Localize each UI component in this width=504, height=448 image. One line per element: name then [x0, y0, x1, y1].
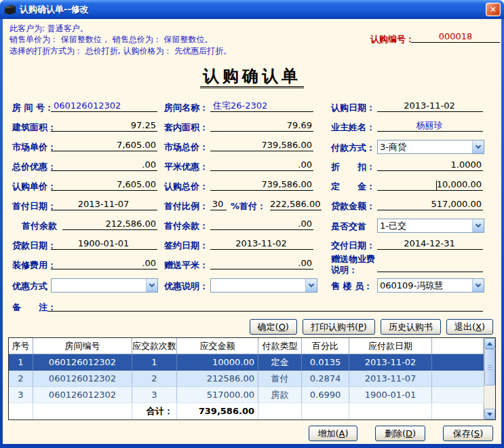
- owner-name-field[interactable]: 杨丽珍: [377, 120, 483, 132]
- payments-table: 序号 房间编号 应交款次数 应交金额 付款类型 百分比 应付款日期 1 0601…: [8, 337, 496, 420]
- dropdown-arrow-icon[interactable]: [146, 279, 157, 292]
- table-cell: 定金: [258, 354, 302, 371]
- total-label: 合计：: [132, 403, 177, 419]
- remark-field[interactable]: [47, 300, 483, 312]
- arrow-up-icon: [487, 342, 492, 346]
- exit-button[interactable]: 退出(X): [446, 319, 493, 335]
- order-no-value: 000018: [411, 31, 500, 43]
- dropdown-arrow-icon[interactable]: [305, 279, 317, 292]
- gift-property-fee-field[interactable]: [377, 261, 483, 272]
- scroll-up-button[interactable]: [484, 338, 495, 349]
- first-pay-balance-mid-field[interactable]: .00: [210, 219, 313, 230]
- table-cell: 0.0135: [302, 354, 349, 371]
- loan-date-label: 贷款日期：: [12, 240, 56, 252]
- room-no-label: 房 间 号：: [12, 102, 54, 114]
- column-header[interactable]: 付款类型: [258, 338, 302, 354]
- decoration-fee-label: 装修费用：: [12, 259, 56, 272]
- discount-rate-field[interactable]: 1.0000: [377, 160, 483, 171]
- inner-area-field[interactable]: 79.69: [210, 120, 313, 132]
- table-cell: 2013-11-02: [349, 354, 432, 371]
- scroll-thumb[interactable]: [484, 349, 495, 386]
- notice-customer-type: 此客户为: 普通客户。: [9, 23, 88, 35]
- table-cell: 2013-11-07: [349, 371, 432, 386]
- gift-property-fee-label-line2: 说明：: [331, 264, 357, 276]
- dropdown-arrow-icon[interactable]: [472, 141, 484, 153]
- build-area-field[interactable]: 97.25: [51, 120, 157, 132]
- add-button[interactable]: 增加(A): [309, 426, 357, 441]
- table-row[interactable]: 3 060126012302 3 517000.00 房款 0.6990 190…: [9, 387, 484, 403]
- room-name-field[interactable]: 住宅26-2302: [210, 100, 313, 112]
- table-cell: 1: [132, 354, 177, 371]
- sign-date-label: 签约日期：: [164, 240, 208, 252]
- sign-date-field[interactable]: 2013-11-02: [210, 238, 313, 250]
- dropdown-arrow-icon[interactable]: [472, 219, 484, 232]
- discount-mode-select[interactable]: [51, 278, 158, 293]
- notice-discount-mode: 选择的打折方式为： 总价打折, 认购价格为： 先优惠后打折。: [9, 45, 231, 57]
- total-value: 739,586.00: [177, 403, 258, 419]
- first-paid-select[interactable]: 1-已交: [377, 219, 484, 233]
- first-pay-amount-field[interactable]: 222,586.00: [270, 199, 322, 210]
- delivery-date-field[interactable]: 2014-12-31: [377, 238, 483, 250]
- purchase-date-field[interactable]: 2013-11-02: [377, 100, 483, 112]
- table-cell: 060126012302: [33, 371, 132, 386]
- table-cell: 房款: [258, 387, 302, 403]
- order-no-label: 认购编号：: [370, 33, 414, 45]
- discount-desc-select[interactable]: [210, 278, 317, 293]
- table-cell: 060126012302: [33, 354, 132, 371]
- column-header[interactable]: 应交款次数: [132, 338, 177, 354]
- table-cell: 2: [9, 371, 33, 386]
- sqm-discount-field[interactable]: .00: [210, 160, 313, 171]
- column-header[interactable]: 房间编号: [33, 338, 132, 354]
- table-row[interactable]: 2 060126012302 2 212586.00 首付 0.2874 201…: [9, 371, 484, 387]
- table-row[interactable]: 1 060126012302 1 10000.00 定金 0.0135 2013…: [9, 354, 484, 371]
- first-pay-balance-left-label: 首付余款: [22, 220, 57, 232]
- column-header[interactable]: 应交金额: [177, 338, 258, 354]
- salesperson-label: 售 楼 员：: [331, 280, 372, 293]
- first-pay-balance-left-field[interactable]: 212,586.00: [62, 219, 157, 230]
- scroll-track[interactable]: [484, 386, 495, 409]
- table-cell: 1: [9, 354, 33, 371]
- scroll-down-button[interactable]: [484, 409, 495, 419]
- total-discount-field[interactable]: .00: [51, 160, 157, 171]
- dialog-window: 认购确认单--修改 ✕ 此客户为: 普通客户。 销售单价为： 保留整数位， 销售…: [0, 0, 504, 448]
- build-area-label: 建筑面积：: [12, 122, 56, 134]
- column-header[interactable]: 序号: [9, 338, 33, 354]
- market-unit-price-field[interactable]: 7,605.00: [51, 140, 157, 151]
- gift-sqm-field[interactable]: .00: [210, 258, 313, 269]
- table-cell: 首付: [258, 371, 302, 386]
- discount-rate-label: 折 扣：: [331, 161, 375, 173]
- market-total-price-field[interactable]: 739,586.00: [210, 140, 313, 151]
- purchase-date-label: 认购日期：: [331, 102, 375, 114]
- arrow-down-icon: [487, 413, 492, 416]
- close-button[interactable]: ✕: [486, 3, 501, 16]
- loan-date-field[interactable]: 1900-01-01: [51, 238, 157, 250]
- purchase-unit-price-field[interactable]: 7,605.00: [51, 179, 157, 191]
- first-pay-date-label: 首付日期：: [12, 200, 56, 212]
- table-cell: 3: [9, 387, 33, 403]
- dropdown-arrow-icon[interactable]: [472, 279, 484, 292]
- payment-method-select[interactable]: 3-商贷: [377, 140, 484, 154]
- confirm-button[interactable]: 确定(O): [250, 319, 297, 335]
- decoration-fee-field[interactable]: .00: [51, 258, 157, 269]
- owner-name-label: 业主姓名：: [331, 122, 375, 134]
- column-header[interactable]: 应付款日期: [349, 338, 432, 354]
- first-pay-ratio-field[interactable]: 30: [210, 199, 227, 210]
- salesperson-select[interactable]: 060109-冯琼慧: [377, 278, 484, 293]
- action-button-row: 确定(O) 打印认购书(P) 历史认购书 退出(X): [250, 319, 493, 335]
- first-pay-amount-label: %首付：: [231, 200, 266, 212]
- print-confirmation-button[interactable]: 打印认购书(P): [303, 319, 375, 335]
- first-pay-date-field[interactable]: 2013-11-07: [51, 199, 157, 210]
- delete-button[interactable]: 删除(D): [375, 426, 425, 441]
- table-scrollbar[interactable]: [484, 338, 495, 419]
- history-confirmation-button[interactable]: 历史认购书: [381, 319, 441, 335]
- purchase-total-price-label: 认购总价：: [164, 181, 208, 193]
- titlebar[interactable]: 认购确认单--修改 ✕: [0, 0, 504, 19]
- purchase-total-price-field[interactable]: 739,586.00: [210, 179, 313, 191]
- save-button[interactable]: 保存(S): [443, 426, 493, 441]
- deposit-label: 定 金：: [331, 181, 375, 193]
- room-no-field[interactable]: 060126012302: [51, 100, 157, 112]
- deposit-field[interactable]: 10,000.00: [377, 179, 483, 191]
- gift-sqm-label: 赠送平米：: [164, 259, 208, 272]
- column-header[interactable]: 百分比: [302, 338, 349, 354]
- loan-amount-field[interactable]: 517,000.00: [377, 199, 483, 210]
